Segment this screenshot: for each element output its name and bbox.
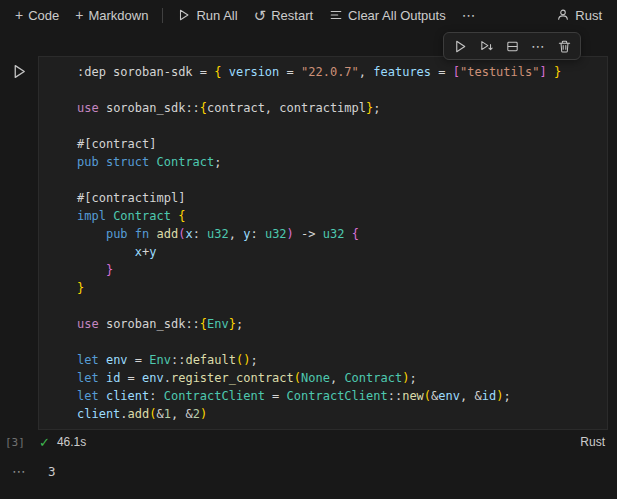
code-line[interactable]: x+y (77, 243, 603, 261)
code-token: { (200, 101, 207, 115)
add-code-cell-button[interactable]: + Code (8, 5, 66, 26)
code-token: contract, contractimpl (207, 101, 366, 115)
execute-cell-button[interactable] (448, 35, 472, 57)
cell-language-picker[interactable]: Rust (580, 435, 605, 449)
output-value: 3 (38, 464, 56, 479)
output-more-button[interactable]: ⋯ (0, 463, 38, 479)
code-line[interactable] (77, 171, 603, 189)
code-token: default (185, 353, 236, 367)
code-token: features (373, 65, 431, 79)
code-line[interactable]: } (77, 261, 603, 279)
cell-more-button[interactable]: ⋯ (526, 35, 550, 57)
code-token: ContractClient (287, 389, 388, 403)
code-line[interactable] (77, 117, 603, 135)
run-all-button[interactable]: Run All (170, 5, 244, 26)
code-token: pub struct (77, 155, 156, 169)
code-token: ; (409, 371, 416, 385)
plus-icon: + (15, 8, 23, 22)
code-token: env (142, 371, 164, 385)
code-line[interactable] (77, 297, 603, 315)
code-line[interactable]: let client: ContractClient = ContractCli… (77, 387, 603, 405)
success-check-icon: ✓ (39, 435, 50, 450)
code-token: let (77, 371, 106, 385)
code-token: , (229, 227, 243, 241)
code-line[interactable] (77, 333, 603, 351)
code-token: id (106, 371, 120, 385)
add-markdown-cell-button[interactable]: + Markdown (68, 5, 155, 26)
kernel-label: Rust (575, 8, 602, 23)
code-token: add (128, 407, 150, 421)
code-token: env (106, 353, 128, 367)
code-token: "testutils" (460, 65, 539, 79)
code-token: ; (373, 101, 380, 115)
play-below-icon (479, 39, 494, 54)
code-token (77, 245, 135, 259)
restart-button[interactable]: ↺ Restart (247, 5, 320, 26)
code-token: "22.0.7" (301, 65, 359, 79)
code-token: ) (200, 407, 207, 421)
code-line[interactable]: #[contract] (77, 135, 603, 153)
toolbar-more-button[interactable]: ⋯ (455, 5, 483, 25)
code-token: ; (236, 317, 243, 331)
run-cell-button[interactable] (11, 63, 28, 80)
code-line[interactable]: :dep soroban-sdk = { version = "22.0.7",… (77, 63, 603, 81)
code-token (222, 65, 229, 79)
code-line[interactable]: use soroban_sdk::{Env}; (77, 315, 603, 333)
code-line[interactable]: pub fn add(x: u32, y: u32) -> u32 { (77, 225, 603, 243)
more-icon: ⋯ (531, 39, 545, 53)
code-token: , (330, 371, 344, 385)
code-line[interactable] (77, 81, 603, 99)
code-token: : (193, 227, 207, 241)
execute-below-button[interactable] (474, 35, 498, 57)
code-token: } (554, 65, 561, 79)
code-token: { (200, 317, 207, 331)
code-token (547, 65, 554, 79)
code-token: 1 (164, 407, 171, 421)
code-token: { (178, 209, 185, 223)
code-token: soroban_sdk:: (106, 317, 200, 331)
code-token: ; (214, 155, 221, 169)
add-markdown-cell-label: Markdown (88, 8, 148, 23)
code-token: let (77, 389, 106, 403)
code-cell: ⋯ :dep soroban-sdk = { version = "22.0.7… (0, 56, 617, 454)
code-token: env (438, 389, 460, 403)
code-line[interactable]: let env = Env::default(); (77, 351, 603, 369)
split-cell-icon (505, 39, 520, 54)
code-token: id (482, 389, 496, 403)
kernel-picker-button[interactable]: Rust (549, 5, 609, 26)
code-line[interactable]: #[contractimpl] (77, 189, 603, 207)
code-line[interactable]: let id = env.register_contract(None, Con… (77, 369, 603, 387)
code-line[interactable]: client.add(&1, &2) (77, 405, 603, 423)
clear-all-outputs-button[interactable]: Clear All Outputs (322, 5, 453, 26)
cell-status-bar: [3] ✓ 46.1s Rust (0, 430, 617, 454)
execution-count: [3] (5, 436, 39, 449)
code-token: () (236, 353, 250, 367)
code-token: ] (539, 65, 546, 79)
execution-time: 46.1s (57, 435, 86, 449)
code-lines: :dep soroban-sdk = { version = "22.0.7",… (77, 63, 603, 423)
code-token: Env (149, 353, 171, 367)
code-token: { (352, 227, 359, 241)
run-all-label: Run All (196, 8, 237, 23)
code-token: -> (294, 227, 323, 241)
code-editor[interactable]: :dep soroban-sdk = { version = "22.0.7",… (38, 56, 608, 430)
code-line[interactable]: } (77, 279, 603, 297)
trash-icon (557, 39, 572, 54)
delete-cell-button[interactable] (552, 35, 576, 57)
code-line[interactable]: pub struct Contract; (77, 153, 603, 171)
code-token: x (185, 227, 192, 241)
toolbar-separator (162, 8, 163, 23)
code-token (77, 263, 106, 277)
split-cell-button[interactable] (500, 35, 524, 57)
code-token: #[contract] (77, 137, 156, 151)
code-token: None (301, 371, 330, 385)
code-token: ( (294, 371, 301, 385)
code-line[interactable]: use soroban_sdk::{contract, contractimpl… (77, 99, 603, 117)
code-token: y (149, 245, 156, 259)
code-line[interactable]: impl Contract { (77, 207, 603, 225)
kernel-icon (556, 8, 570, 22)
play-icon (453, 39, 468, 54)
code-token: . (120, 407, 127, 421)
code-token: ( (149, 407, 156, 421)
code-token: Contract (113, 209, 171, 223)
